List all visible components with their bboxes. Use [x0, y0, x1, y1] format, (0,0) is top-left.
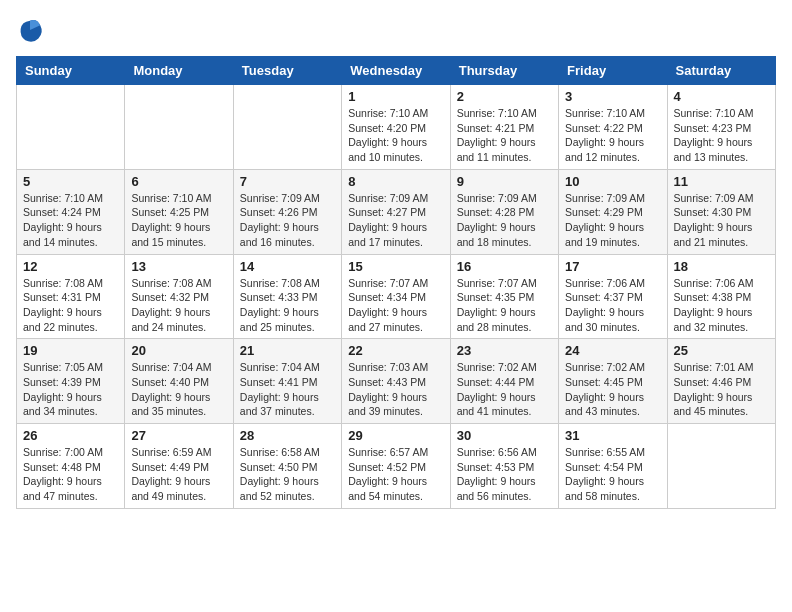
weekday-header-saturday: Saturday — [667, 57, 775, 85]
day-info: Sunrise: 7:07 AMSunset: 4:34 PMDaylight:… — [348, 276, 443, 335]
day-number: 13 — [131, 259, 226, 274]
day-number: 11 — [674, 174, 769, 189]
weekday-header-tuesday: Tuesday — [233, 57, 341, 85]
page-header — [16, 16, 776, 44]
day-number: 19 — [23, 343, 118, 358]
day-info: Sunrise: 7:00 AMSunset: 4:48 PMDaylight:… — [23, 445, 118, 504]
day-number: 29 — [348, 428, 443, 443]
day-info: Sunrise: 7:10 AMSunset: 4:22 PMDaylight:… — [565, 106, 660, 165]
day-info: Sunrise: 7:06 AMSunset: 4:38 PMDaylight:… — [674, 276, 769, 335]
weekday-header-row: SundayMondayTuesdayWednesdayThursdayFrid… — [17, 57, 776, 85]
calendar-cell: 22Sunrise: 7:03 AMSunset: 4:43 PMDayligh… — [342, 339, 450, 424]
day-number: 3 — [565, 89, 660, 104]
logo — [16, 16, 48, 44]
day-number: 31 — [565, 428, 660, 443]
calendar-cell: 29Sunrise: 6:57 AMSunset: 4:52 PMDayligh… — [342, 424, 450, 509]
day-info: Sunrise: 7:09 AMSunset: 4:27 PMDaylight:… — [348, 191, 443, 250]
calendar-cell: 7Sunrise: 7:09 AMSunset: 4:26 PMDaylight… — [233, 169, 341, 254]
calendar-cell: 11Sunrise: 7:09 AMSunset: 4:30 PMDayligh… — [667, 169, 775, 254]
calendar-cell: 4Sunrise: 7:10 AMSunset: 4:23 PMDaylight… — [667, 85, 775, 170]
day-number: 21 — [240, 343, 335, 358]
day-info: Sunrise: 7:10 AMSunset: 4:21 PMDaylight:… — [457, 106, 552, 165]
calendar-cell — [125, 85, 233, 170]
day-number: 5 — [23, 174, 118, 189]
calendar-cell: 9Sunrise: 7:09 AMSunset: 4:28 PMDaylight… — [450, 169, 558, 254]
day-info: Sunrise: 7:09 AMSunset: 4:30 PMDaylight:… — [674, 191, 769, 250]
day-info: Sunrise: 7:10 AMSunset: 4:20 PMDaylight:… — [348, 106, 443, 165]
calendar-cell: 24Sunrise: 7:02 AMSunset: 4:45 PMDayligh… — [559, 339, 667, 424]
day-info: Sunrise: 7:05 AMSunset: 4:39 PMDaylight:… — [23, 360, 118, 419]
day-info: Sunrise: 7:09 AMSunset: 4:29 PMDaylight:… — [565, 191, 660, 250]
calendar-header: SundayMondayTuesdayWednesdayThursdayFrid… — [17, 57, 776, 85]
calendar-cell — [233, 85, 341, 170]
day-info: Sunrise: 7:04 AMSunset: 4:40 PMDaylight:… — [131, 360, 226, 419]
calendar-cell: 10Sunrise: 7:09 AMSunset: 4:29 PMDayligh… — [559, 169, 667, 254]
day-info: Sunrise: 7:10 AMSunset: 4:25 PMDaylight:… — [131, 191, 226, 250]
day-number: 20 — [131, 343, 226, 358]
calendar-cell: 19Sunrise: 7:05 AMSunset: 4:39 PMDayligh… — [17, 339, 125, 424]
calendar-cell: 31Sunrise: 6:55 AMSunset: 4:54 PMDayligh… — [559, 424, 667, 509]
calendar-cell: 1Sunrise: 7:10 AMSunset: 4:20 PMDaylight… — [342, 85, 450, 170]
day-info: Sunrise: 7:10 AMSunset: 4:24 PMDaylight:… — [23, 191, 118, 250]
day-number: 27 — [131, 428, 226, 443]
calendar-cell: 16Sunrise: 7:07 AMSunset: 4:35 PMDayligh… — [450, 254, 558, 339]
day-number: 14 — [240, 259, 335, 274]
calendar-cell: 6Sunrise: 7:10 AMSunset: 4:25 PMDaylight… — [125, 169, 233, 254]
day-number: 6 — [131, 174, 226, 189]
day-info: Sunrise: 7:08 AMSunset: 4:32 PMDaylight:… — [131, 276, 226, 335]
day-info: Sunrise: 7:09 AMSunset: 4:26 PMDaylight:… — [240, 191, 335, 250]
day-number: 24 — [565, 343, 660, 358]
day-info: Sunrise: 7:02 AMSunset: 4:45 PMDaylight:… — [565, 360, 660, 419]
day-number: 22 — [348, 343, 443, 358]
calendar-cell: 23Sunrise: 7:02 AMSunset: 4:44 PMDayligh… — [450, 339, 558, 424]
calendar-week-row: 19Sunrise: 7:05 AMSunset: 4:39 PMDayligh… — [17, 339, 776, 424]
day-number: 23 — [457, 343, 552, 358]
day-number: 10 — [565, 174, 660, 189]
day-number: 25 — [674, 343, 769, 358]
calendar-cell: 25Sunrise: 7:01 AMSunset: 4:46 PMDayligh… — [667, 339, 775, 424]
day-number: 15 — [348, 259, 443, 274]
day-info: Sunrise: 6:58 AMSunset: 4:50 PMDaylight:… — [240, 445, 335, 504]
day-info: Sunrise: 7:02 AMSunset: 4:44 PMDaylight:… — [457, 360, 552, 419]
day-info: Sunrise: 6:55 AMSunset: 4:54 PMDaylight:… — [565, 445, 660, 504]
day-info: Sunrise: 7:10 AMSunset: 4:23 PMDaylight:… — [674, 106, 769, 165]
calendar-week-row: 1Sunrise: 7:10 AMSunset: 4:20 PMDaylight… — [17, 85, 776, 170]
day-number: 16 — [457, 259, 552, 274]
logo-icon — [16, 16, 44, 44]
calendar-cell: 14Sunrise: 7:08 AMSunset: 4:33 PMDayligh… — [233, 254, 341, 339]
calendar-cell: 3Sunrise: 7:10 AMSunset: 4:22 PMDaylight… — [559, 85, 667, 170]
weekday-header-monday: Monday — [125, 57, 233, 85]
day-info: Sunrise: 7:01 AMSunset: 4:46 PMDaylight:… — [674, 360, 769, 419]
day-number: 18 — [674, 259, 769, 274]
calendar-cell: 12Sunrise: 7:08 AMSunset: 4:31 PMDayligh… — [17, 254, 125, 339]
calendar-cell: 8Sunrise: 7:09 AMSunset: 4:27 PMDaylight… — [342, 169, 450, 254]
day-info: Sunrise: 6:56 AMSunset: 4:53 PMDaylight:… — [457, 445, 552, 504]
day-number: 1 — [348, 89, 443, 104]
day-number: 4 — [674, 89, 769, 104]
day-number: 26 — [23, 428, 118, 443]
calendar-cell: 21Sunrise: 7:04 AMSunset: 4:41 PMDayligh… — [233, 339, 341, 424]
calendar-cell: 2Sunrise: 7:10 AMSunset: 4:21 PMDaylight… — [450, 85, 558, 170]
calendar-cell: 26Sunrise: 7:00 AMSunset: 4:48 PMDayligh… — [17, 424, 125, 509]
day-info: Sunrise: 7:08 AMSunset: 4:33 PMDaylight:… — [240, 276, 335, 335]
calendar-cell — [667, 424, 775, 509]
calendar-cell: 20Sunrise: 7:04 AMSunset: 4:40 PMDayligh… — [125, 339, 233, 424]
calendar-cell: 27Sunrise: 6:59 AMSunset: 4:49 PMDayligh… — [125, 424, 233, 509]
day-number: 28 — [240, 428, 335, 443]
day-number: 7 — [240, 174, 335, 189]
calendar-cell: 5Sunrise: 7:10 AMSunset: 4:24 PMDaylight… — [17, 169, 125, 254]
day-info: Sunrise: 6:59 AMSunset: 4:49 PMDaylight:… — [131, 445, 226, 504]
weekday-header-wednesday: Wednesday — [342, 57, 450, 85]
calendar-cell: 15Sunrise: 7:07 AMSunset: 4:34 PMDayligh… — [342, 254, 450, 339]
day-info: Sunrise: 7:04 AMSunset: 4:41 PMDaylight:… — [240, 360, 335, 419]
calendar-week-row: 26Sunrise: 7:00 AMSunset: 4:48 PMDayligh… — [17, 424, 776, 509]
day-number: 12 — [23, 259, 118, 274]
day-number: 8 — [348, 174, 443, 189]
day-info: Sunrise: 6:57 AMSunset: 4:52 PMDaylight:… — [348, 445, 443, 504]
day-info: Sunrise: 7:08 AMSunset: 4:31 PMDaylight:… — [23, 276, 118, 335]
day-number: 9 — [457, 174, 552, 189]
calendar-week-row: 5Sunrise: 7:10 AMSunset: 4:24 PMDaylight… — [17, 169, 776, 254]
day-number: 30 — [457, 428, 552, 443]
day-number: 2 — [457, 89, 552, 104]
weekday-header-thursday: Thursday — [450, 57, 558, 85]
